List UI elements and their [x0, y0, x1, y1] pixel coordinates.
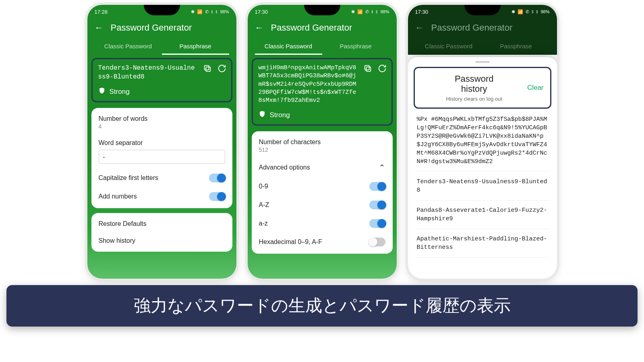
options-card-1: Number of words 4 Word separator Capital…	[91, 108, 232, 208]
history-item[interactable]: Tenders3-Neatens9-Usualness9-Blunted8	[415, 172, 550, 201]
content-area: Tenders3-Neatens9-Usualness9-Blunted8 St…	[87, 55, 236, 279]
tabs: Classic Password Passphrase	[415, 39, 550, 55]
app-header: ← Password Generator Classic Password Pa…	[248, 19, 397, 55]
page-title: Password Generator	[271, 23, 352, 33]
separator-input[interactable]	[99, 150, 225, 164]
page-title: Password Generator	[111, 23, 192, 33]
add-numbers-toggle[interactable]	[209, 192, 225, 201]
option-lowercase-row: a-z	[252, 214, 393, 233]
tab-passphrase[interactable]: Passphrase	[322, 39, 389, 55]
back-arrow-icon[interactable]: ←	[255, 23, 264, 33]
refresh-icon[interactable]	[378, 64, 387, 74]
option-hex-toggle[interactable]	[369, 238, 385, 246]
status-icons: ✱📶✆⫴⫴ 98%	[511, 9, 549, 14]
svg-rect-2	[366, 67, 371, 71]
chevron-up-icon: ⌃	[379, 163, 385, 172]
option-hex-row: Hexadecimal 0–9, A-F	[252, 233, 393, 251]
option-uppercase-row: A-Z	[252, 196, 393, 214]
num-chars-field[interactable]: Number of characters 512	[252, 134, 393, 158]
tab-classic[interactable]: Classic Password	[415, 39, 482, 55]
capitalize-toggle[interactable]	[209, 174, 225, 182]
status-icons: ✱📶✆⫴⫴ 98%	[350, 9, 389, 14]
back-arrow-icon[interactable]: ←	[415, 23, 424, 33]
svg-rect-3	[364, 66, 369, 70]
strength-label: Strong	[110, 88, 130, 96]
history-title-block: Passwordhistory History clears on log ou…	[421, 74, 527, 102]
tab-classic[interactable]: Classic Password	[255, 39, 322, 55]
tabs: Classic Password Passphrase	[255, 39, 389, 55]
strength-indicator: Strong	[98, 87, 226, 96]
history-header: Passwordhistory History clears on log ou…	[414, 67, 551, 109]
status-time: 17:28	[95, 9, 108, 15]
shield-icon	[98, 87, 106, 96]
tab-classic[interactable]: Classic Password	[95, 39, 162, 55]
page-title: Password Generator	[431, 23, 513, 33]
option-digits-toggle[interactable]	[369, 182, 385, 191]
status-bar: 17:28 ✱📶✆⫴⫴ 98%	[87, 5, 236, 19]
notch	[304, 5, 340, 15]
refresh-icon[interactable]	[217, 64, 226, 74]
status-time: 17:30	[415, 9, 429, 15]
notch	[144, 5, 180, 15]
app-header: ← Password Generator Classic Password Pa…	[87, 19, 236, 55]
history-sheet: Passwordhistory History clears on log ou…	[408, 57, 557, 279]
status-time: 17:30	[255, 9, 268, 15]
svg-rect-0	[206, 67, 210, 71]
content-area: wmjiH9mB^npgxAnitwAMpTpkqV8WBT7A5x3cmBQi…	[248, 55, 397, 279]
svg-rect-1	[204, 66, 209, 70]
drag-handle[interactable]	[475, 61, 490, 63]
options-card: Number of characters 512 Advanced option…	[252, 131, 393, 254]
history-item[interactable]: Pandas8-Asseverate1-Calorie9-Fuzzy2-Hamp…	[415, 201, 550, 229]
app-header-dimmed: ← Password Generator Classic Password Pa…	[408, 19, 557, 55]
history-item[interactable]: Apathetic-Marshiest-Paddling-Blazed-Bitt…	[415, 229, 550, 258]
status-bar: 17:30 ✱📶✆⫴⫴ 98%	[248, 5, 397, 19]
generated-output: wmjiH9mB^npgxAnitwAMpTpkqV8WBT7A5x3cmBQi…	[252, 58, 393, 126]
back-arrow-icon[interactable]: ←	[95, 23, 104, 33]
tab-passphrase[interactable]: Passphrase	[162, 39, 229, 55]
history-subtitle: History clears on log out	[421, 96, 527, 102]
option-lowercase-toggle[interactable]	[369, 219, 385, 228]
add-numbers-toggle-row: Add numbers	[91, 187, 232, 206]
strength-indicator: Strong	[259, 110, 386, 120]
capitalize-toggle-row: Capitalize first letters	[91, 169, 232, 187]
tab-passphrase[interactable]: Passphrase	[482, 39, 550, 55]
actions-card: Restore Defaults Show history	[91, 213, 232, 252]
show-history-button[interactable]: Show history	[91, 232, 232, 249]
option-uppercase-toggle[interactable]	[369, 201, 385, 209]
phone-classic: 17:30 ✱📶✆⫴⫴ 98% ← Password Generator Cla…	[248, 5, 397, 279]
num-words-field[interactable]: Number of words 4	[91, 110, 232, 134]
phone-passphrase: 17:28 ✱📶✆⫴⫴ 98% ← Password Generator Cla…	[87, 5, 236, 279]
separator-field: Word separator	[91, 134, 232, 169]
copy-icon[interactable]	[363, 64, 372, 74]
shield-icon	[259, 110, 266, 120]
status-bar: 17:30 ✱📶✆⫴⫴ 98%	[408, 5, 557, 19]
copy-icon[interactable]	[203, 64, 212, 74]
status-icons: ✱📶✆⫴⫴ 98%	[190, 9, 229, 14]
phone-history: 17:30 ✱📶✆⫴⫴ 98% ← Password Generator Cla…	[408, 5, 557, 279]
clear-button[interactable]: Clear	[527, 84, 544, 92]
notch	[464, 5, 501, 15]
advanced-options-toggle[interactable]: Advanced options ⌃	[252, 158, 393, 177]
strength-label: Strong	[270, 111, 290, 119]
option-digits-row: 0-9	[252, 177, 393, 196]
caption-banner: 強力なパスワードの生成とパスワード履歴の表示	[6, 285, 638, 327]
history-list[interactable]: %Px #6MqqsPWKLxbTMfg5Z3fSa$pb$8PJA%MLg!Q…	[414, 114, 551, 258]
history-item[interactable]: %Px #6MqqsPWKLxbTMfg5Z3fSa$pb$8PJA%MLg!Q…	[415, 114, 550, 172]
restore-defaults-button[interactable]: Restore Defaults	[91, 215, 232, 232]
generated-output: Tenders3-Neatens9-Usualness9-Blunted8 St…	[91, 58, 232, 102]
tabs: Classic Password Passphrase	[95, 39, 229, 55]
